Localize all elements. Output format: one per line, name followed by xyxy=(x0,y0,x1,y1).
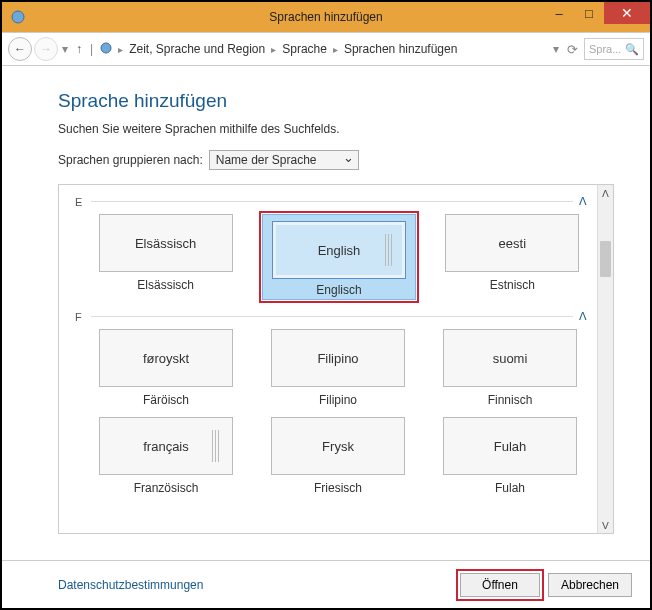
section-divider xyxy=(91,316,573,317)
path-icon xyxy=(99,41,113,58)
language-native: eesti xyxy=(499,236,526,251)
titlebar: Sprachen hinzufügen – □ ✕ xyxy=(2,2,650,32)
group-by-select[interactable]: Name der Sprache xyxy=(209,150,359,170)
language-native: føroyskt xyxy=(143,351,189,366)
collapse-section-icon[interactable]: ᐱ xyxy=(579,195,587,208)
language-native: français xyxy=(143,439,189,454)
group-row: Sprachen gruppieren nach: Name der Sprac… xyxy=(58,150,614,170)
maximize-button[interactable]: □ xyxy=(574,2,604,24)
language-tile[interactable]: føroyskt Färöisch xyxy=(91,329,241,407)
language-caption: Fulah xyxy=(495,481,525,495)
breadcrumb-item[interactable]: Sprachen hinzufügen xyxy=(341,40,460,58)
language-tile-selected[interactable]: English Englisch xyxy=(262,214,415,300)
language-native: Frysk xyxy=(322,439,354,454)
content-area: Sprache hinzufügen Suchen Sie weitere Sp… xyxy=(2,66,650,558)
search-icon: 🔍 xyxy=(625,43,639,56)
section-divider xyxy=(91,201,573,202)
collapse-section-icon[interactable]: ᐱ xyxy=(579,310,587,323)
svg-point-0 xyxy=(12,11,24,23)
bottombar: Datenschutzbestimmungen Öffnen Abbrechen xyxy=(2,560,650,608)
scroll-up-icon[interactable]: ᐱ xyxy=(598,185,613,201)
expandable-icon xyxy=(385,234,395,266)
language-caption: Finnisch xyxy=(488,393,533,407)
svg-point-1 xyxy=(101,43,111,53)
language-native: suomi xyxy=(493,351,528,366)
language-tile[interactable]: Frysk Friesisch xyxy=(263,417,413,495)
language-caption: Estnisch xyxy=(490,278,535,292)
window-controls: – □ ✕ xyxy=(544,2,650,24)
refresh-button[interactable]: ⟳ xyxy=(567,42,578,57)
up-button[interactable]: ↑ xyxy=(70,42,88,56)
breadcrumb: ▸ Zeit, Sprache und Region ▸ Sprache ▸ S… xyxy=(117,40,551,58)
search-input[interactable]: Spra... 🔍 xyxy=(584,38,644,60)
language-list: E ᐱ Elsässisch Elsässisch English Englis… xyxy=(59,185,597,533)
scroll-thumb[interactable] xyxy=(600,241,611,277)
language-native: English xyxy=(318,243,361,258)
page-title: Sprache hinzufügen xyxy=(58,90,614,112)
minimize-button[interactable]: – xyxy=(544,2,574,24)
language-tile[interactable]: eesti Estnisch xyxy=(438,214,587,300)
section-heading: F ᐱ xyxy=(75,310,587,323)
breadcrumb-item[interactable]: Sprache xyxy=(279,40,330,58)
language-native: Fulah xyxy=(494,439,527,454)
language-list-pane: E ᐱ Elsässisch Elsässisch English Englis… xyxy=(58,184,614,534)
language-tile[interactable]: français Französisch xyxy=(91,417,241,495)
language-caption: Französisch xyxy=(134,481,199,495)
privacy-link[interactable]: Datenschutzbestimmungen xyxy=(58,578,203,592)
language-caption: Färöisch xyxy=(143,393,189,407)
language-native: Elsässisch xyxy=(135,236,196,251)
language-tile[interactable]: Elsässisch Elsässisch xyxy=(91,214,240,300)
chevron-right-icon: ▸ xyxy=(117,44,124,55)
scroll-down-icon[interactable]: ᐯ xyxy=(598,517,613,533)
group-by-value: Name der Sprache xyxy=(216,153,317,167)
close-button[interactable]: ✕ xyxy=(604,2,650,24)
scrollbar[interactable]: ᐱ ᐯ xyxy=(597,185,613,533)
cancel-button[interactable]: Abbrechen xyxy=(548,573,632,597)
back-button[interactable]: ← xyxy=(8,37,32,61)
expandable-icon xyxy=(212,430,222,462)
language-tile[interactable]: Fulah Fulah xyxy=(435,417,585,495)
history-dropdown-icon[interactable]: ▾ xyxy=(62,42,68,56)
section-letter: E xyxy=(75,196,91,208)
chevron-right-icon: ▸ xyxy=(332,44,339,55)
open-button[interactable]: Öffnen xyxy=(460,573,540,597)
group-label: Sprachen gruppieren nach: xyxy=(58,153,203,167)
section-letter: F xyxy=(75,311,91,323)
language-tile[interactable]: Filipino Filipino xyxy=(263,329,413,407)
language-caption: Filipino xyxy=(319,393,357,407)
page-instruction: Suchen Sie weitere Sprachen mithilfe des… xyxy=(58,122,614,136)
forward-button: → xyxy=(34,37,58,61)
language-caption: Friesisch xyxy=(314,481,362,495)
language-caption: Elsässisch xyxy=(137,278,194,292)
language-tile[interactable]: suomi Finnisch xyxy=(435,329,585,407)
language-caption: Englisch xyxy=(316,283,361,297)
chevron-right-icon: ▸ xyxy=(270,44,277,55)
section-heading: E ᐱ xyxy=(75,195,587,208)
navbar: ← → ▾ ↑ | ▸ Zeit, Sprache und Region ▸ S… xyxy=(2,32,650,66)
app-icon xyxy=(10,9,26,25)
language-native: Filipino xyxy=(317,351,358,366)
breadcrumb-item[interactable]: Zeit, Sprache und Region xyxy=(126,40,268,58)
search-placeholder: Spra... xyxy=(589,43,621,55)
